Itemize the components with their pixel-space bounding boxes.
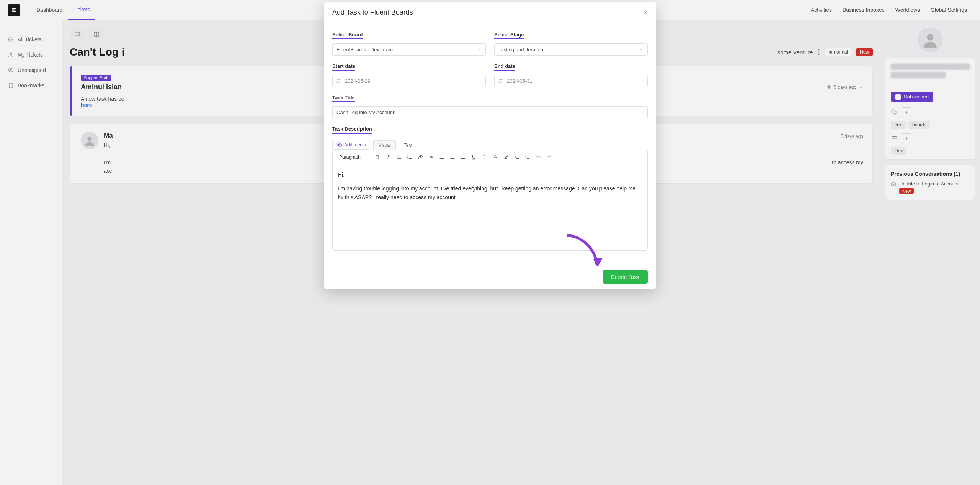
nav-activities[interactable]: Activities [805, 0, 837, 20]
nav-dashboard[interactable]: Dashboard [31, 0, 68, 20]
status-badge[interactable]: New [856, 48, 873, 56]
tag-boards[interactable]: boards [908, 121, 930, 129]
tag-crm[interactable]: crm [891, 121, 906, 129]
reply-time: 5 days ago [841, 134, 863, 139]
add-list-button[interactable]: + [902, 133, 911, 143]
create-task-button[interactable]: Create Task [603, 270, 648, 284]
svg-point-21 [397, 157, 398, 157]
svg-point-1 [10, 53, 11, 55]
rte-p1: Hi, [338, 170, 642, 179]
strike-icon[interactable] [480, 152, 490, 162]
paragraph-dropdown[interactable]: Paragraph [336, 153, 369, 161]
contact-email-blurred [891, 72, 946, 78]
sidebar-bookmarks[interactable]: Bookmarks [0, 78, 62, 93]
end-date-value: 2024-05-31 [507, 78, 532, 84]
underline-icon[interactable] [469, 152, 479, 162]
chat-view-icon[interactable] [70, 28, 85, 41]
task-title-value: Can't Log into My Account! [336, 110, 395, 115]
priority-dot-icon [829, 51, 832, 54]
calendar-icon [498, 78, 504, 84]
start-date-value: 2024-05-29 [345, 78, 371, 84]
select-board-dropdown[interactable]: FluentBoards - Dev Team [332, 43, 486, 56]
nav-workflows[interactable]: Workflows [890, 0, 925, 20]
bold-icon[interactable] [372, 152, 382, 162]
quote-icon[interactable] [426, 152, 436, 162]
svg-point-6 [818, 51, 820, 52]
svg-rect-4 [97, 32, 99, 37]
prev-conv-title: Previous Conversations (1) [891, 171, 970, 177]
redo-icon[interactable] [544, 152, 554, 162]
right-panel: Subscribed + crm boards + [880, 20, 980, 485]
nav-tickets[interactable]: Tickets [68, 0, 96, 20]
event-body-text: A new task has be [81, 96, 124, 102]
event-here-link[interactable]: here [81, 102, 92, 108]
select-stage-dropdown[interactable]: Testing and Iteration [494, 43, 648, 56]
prev-conv-link[interactable]: Unable to Login to Account [899, 181, 959, 187]
sidebar-item-label: My Tickets [18, 52, 43, 58]
align-left-icon[interactable] [437, 152, 447, 162]
task-title-input[interactable]: Can't Log into My Account! [332, 106, 648, 118]
avatar [81, 132, 98, 149]
priority-label: normal [834, 49, 848, 55]
modal-close-icon[interactable]: × [643, 8, 648, 17]
end-date-input[interactable]: 2024-05-31 [494, 75, 648, 87]
bookmark-icon [8, 82, 14, 88]
venture-menu-icon[interactable] [817, 48, 821, 57]
rich-text-editor: Paragraph [332, 150, 648, 251]
outdent-icon[interactable] [512, 152, 522, 162]
svg-rect-16 [337, 79, 341, 83]
chevron-down-icon[interactable] [859, 85, 863, 90]
sidebar-unassigned[interactable]: Unassigned [0, 62, 62, 78]
subscribed-icon [895, 94, 901, 100]
italic-icon[interactable] [383, 152, 393, 162]
svg-point-2 [10, 69, 11, 71]
support-staff-pill: Support Staff [81, 75, 111, 81]
bullet-list-icon[interactable] [394, 152, 404, 162]
clear-format-icon[interactable] [501, 152, 511, 162]
editor-tab-text[interactable]: Text [399, 140, 417, 150]
sidebar-item-label: Unassigned [18, 67, 46, 73]
priority-badge[interactable]: normal [825, 48, 852, 56]
globe-icon [826, 85, 831, 90]
inbox-icon [8, 36, 14, 43]
event-author: Aminul Islan [81, 83, 122, 91]
svg-point-14 [893, 111, 893, 111]
venture-name: some Venture [777, 49, 813, 56]
sidebar-all-tickets[interactable]: All Tickets [0, 32, 62, 47]
svg-rect-3 [94, 32, 96, 37]
paragraph-label: Paragraph [339, 154, 361, 160]
numbered-list-icon[interactable] [405, 152, 415, 162]
contact-info-card: Subscribed + crm boards + [885, 58, 975, 160]
svg-point-22 [397, 158, 398, 159]
nav-business-inboxes[interactable]: Business Inboxes [837, 0, 890, 20]
svg-point-20 [397, 156, 398, 156]
chevron-down-icon [639, 47, 644, 52]
contact-avatar [918, 27, 943, 52]
app-logo[interactable] [8, 4, 20, 16]
editor-tab-visual[interactable]: Visual [373, 140, 395, 150]
add-tag-button[interactable]: + [902, 107, 911, 117]
tag-icon [891, 109, 898, 116]
indent-icon[interactable] [523, 152, 532, 162]
add-task-modal: Add Task to Fluent Boards × Select Board… [324, 2, 656, 289]
calendar-icon [336, 78, 342, 84]
svg-point-9 [87, 137, 92, 141]
undo-icon[interactable] [533, 152, 543, 162]
start-date-input[interactable]: 2024-05-29 [332, 75, 486, 87]
rte-resize-handle[interactable]: ⋰ [333, 245, 647, 250]
tag-dev[interactable]: Dev [891, 147, 906, 155]
list-view-icon[interactable] [89, 28, 104, 41]
subscribed-button[interactable]: Subscribed [891, 92, 933, 102]
link-icon[interactable] [415, 152, 425, 162]
reply-line2-suffix: to access my [832, 158, 863, 167]
nav-global-settings[interactable]: Global Settings [925, 0, 972, 20]
text-color-icon[interactable] [490, 152, 500, 162]
rte-toolbar: Paragraph [333, 150, 647, 164]
modal-title: Add Task to Fluent Boards [332, 8, 413, 16]
align-right-icon[interactable] [458, 152, 468, 162]
align-center-icon[interactable] [448, 152, 457, 162]
rte-content-area[interactable]: Hi, I'm having trouble logging into my a… [333, 164, 647, 245]
add-media-button[interactable]: Add media [332, 140, 370, 150]
svg-rect-15 [892, 183, 896, 186]
sidebar-my-tickets[interactable]: My Tickets [0, 47, 62, 62]
